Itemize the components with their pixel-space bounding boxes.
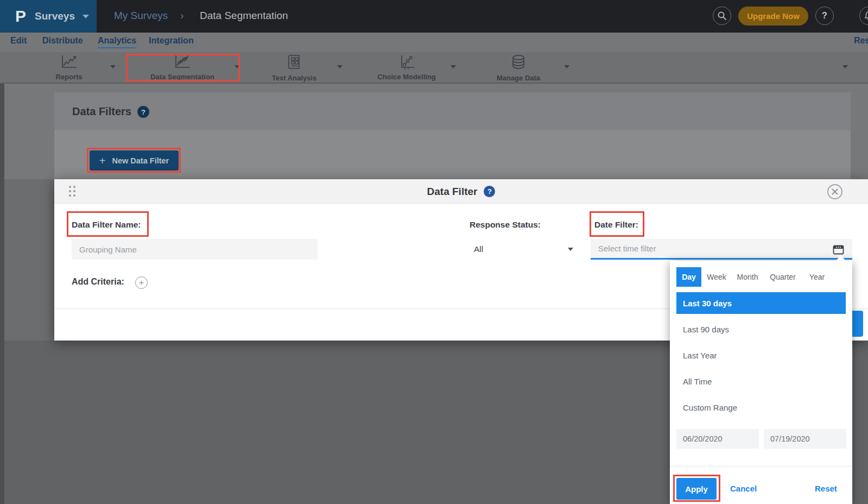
more-tools-dropdown-caret[interactable] bbox=[842, 65, 848, 68]
modal-close-button[interactable] bbox=[827, 184, 842, 199]
toolbar-label: Choice Modelling bbox=[366, 73, 447, 81]
name-field-label: Data Filter Name: bbox=[72, 220, 141, 230]
modal-title-wrap: Data Filter ? bbox=[54, 179, 868, 204]
modal-help-icon[interactable]: ? bbox=[484, 186, 495, 197]
breadcrumb-my-surveys[interactable]: My Surveys bbox=[114, 10, 168, 22]
response-status-select[interactable]: All bbox=[467, 239, 581, 260]
add-criteria-button[interactable]: + bbox=[135, 276, 148, 289]
breadcrumb-current: Data Segmentation bbox=[200, 10, 288, 22]
top-navbar: P Surveys My Surveys › Data Segmentation… bbox=[0, 0, 868, 33]
data-filters-panel-header bbox=[54, 92, 851, 130]
line-chart-icon bbox=[60, 54, 78, 70]
option-last-year[interactable]: Last Year bbox=[676, 344, 846, 366]
help-button[interactable]: ? bbox=[815, 7, 834, 25]
reports-dropdown-caret[interactable] bbox=[110, 65, 116, 68]
plus-icon: + bbox=[139, 278, 144, 288]
date-filter-label: Date Filter: bbox=[594, 220, 638, 230]
option-all-time[interactable]: All Time bbox=[676, 370, 846, 392]
text-analysis-dropdown-caret[interactable] bbox=[337, 65, 343, 68]
toolbar-item-manage-data[interactable]: Manage Data bbox=[478, 54, 559, 82]
tab-day[interactable]: Day bbox=[676, 267, 701, 287]
date-filter-dropdown: Day Week Month Quarter Year Last 30 days… bbox=[670, 261, 852, 504]
tab-edit[interactable]: Edit bbox=[10, 36, 27, 46]
option-custom-range[interactable]: Custom Range bbox=[676, 396, 846, 418]
chevron-down-icon bbox=[568, 248, 573, 251]
choice-modelling-dropdown-caret[interactable] bbox=[451, 65, 456, 68]
search-button[interactable] bbox=[713, 7, 731, 25]
apply-button[interactable]: Apply bbox=[676, 478, 717, 500]
dropdown-footer-separator bbox=[670, 466, 852, 467]
data-filters-help-icon[interactable]: ? bbox=[137, 106, 149, 118]
manage-data-dropdown-caret[interactable] bbox=[564, 65, 569, 68]
option-last-30-days[interactable]: Last 30 days bbox=[676, 292, 846, 314]
page-title: Data Filters bbox=[72, 105, 131, 118]
upgrade-now-label: Upgrade Now bbox=[747, 11, 800, 21]
analytics-toolbar: Reports Data Segmentation Text Analysis bbox=[0, 52, 868, 84]
dropdown-notch bbox=[836, 255, 846, 261]
range-end-input[interactable] bbox=[764, 429, 846, 449]
grouping-name-input[interactable] bbox=[72, 239, 318, 260]
date-filter-input[interactable] bbox=[591, 239, 852, 260]
toolbar-label: Text Analysis bbox=[254, 74, 335, 82]
choice-modelling-icon bbox=[397, 54, 416, 70]
data-segmentation-dropdown-caret[interactable] bbox=[235, 65, 240, 68]
tab-analytics[interactable]: Analytics bbox=[98, 36, 136, 48]
brand-logo-icon: P bbox=[15, 7, 26, 26]
modal-backdrop-left bbox=[0, 179, 54, 341]
tab-integration[interactable]: Integration bbox=[149, 36, 194, 46]
page-edge-strip bbox=[0, 84, 4, 504]
section-tabs: Edit Distribute Analytics Integration Re… bbox=[0, 33, 868, 52]
close-icon bbox=[832, 188, 838, 195]
question-mark-glyph: ? bbox=[487, 187, 492, 196]
tab-month[interactable]: Month bbox=[734, 267, 761, 287]
add-criteria-label: Add Criteria: bbox=[72, 277, 124, 287]
toolbar-label: Data Segmentation bbox=[142, 73, 223, 81]
product-name: Surveys bbox=[35, 10, 75, 22]
toolbar-label: Manage Data bbox=[478, 74, 559, 82]
range-start-input[interactable] bbox=[676, 429, 759, 449]
toolbar-item-reports[interactable]: Reports bbox=[28, 54, 110, 81]
database-icon bbox=[510, 54, 527, 71]
search-icon bbox=[717, 11, 727, 21]
new-data-filter-label: New Data Filter bbox=[112, 156, 169, 165]
tab-year[interactable]: Year bbox=[806, 267, 828, 287]
response-status-value: All bbox=[474, 244, 483, 254]
tab-week[interactable]: Week bbox=[705, 267, 728, 287]
option-last-90-days[interactable]: Last 90 days bbox=[676, 318, 846, 340]
reset-link[interactable]: Reset bbox=[815, 484, 837, 493]
toolbar-item-data-segmentation[interactable]: Data Segmentation bbox=[142, 54, 223, 81]
text-analysis-icon bbox=[286, 54, 302, 71]
chevron-down-icon bbox=[83, 15, 89, 18]
question-mark-icon: ? bbox=[822, 11, 827, 21]
tab-responses-partial[interactable]: Res bbox=[854, 36, 868, 46]
new-data-filter-button[interactable]: + New Data Filter bbox=[90, 150, 179, 171]
response-status-label: Response Status: bbox=[470, 220, 541, 230]
notifications-button[interactable] bbox=[859, 7, 868, 25]
upgrade-now-button[interactable]: Upgrade Now bbox=[738, 7, 808, 26]
toolbar-item-text-analysis[interactable]: Text Analysis bbox=[254, 54, 335, 82]
cancel-link[interactable]: Cancel bbox=[730, 484, 757, 493]
modal-title: Data Filter bbox=[427, 186, 478, 198]
app-screen: P Surveys My Surveys › Data Segmentation… bbox=[0, 0, 868, 504]
plus-icon: + bbox=[99, 155, 106, 166]
question-mark-glyph: ? bbox=[141, 108, 145, 116]
tab-distribute[interactable]: Distribute bbox=[42, 36, 83, 46]
segmentation-chart-icon bbox=[173, 54, 192, 70]
bell-icon bbox=[864, 11, 868, 21]
tab-quarter[interactable]: Quarter bbox=[768, 267, 798, 287]
product-switcher[interactable]: P Surveys bbox=[0, 0, 97, 33]
breadcrumb-separator-icon: › bbox=[180, 9, 184, 22]
toolbar-item-choice-modelling[interactable]: Choice Modelling bbox=[366, 54, 447, 81]
toolbar-label: Reports bbox=[28, 73, 110, 81]
